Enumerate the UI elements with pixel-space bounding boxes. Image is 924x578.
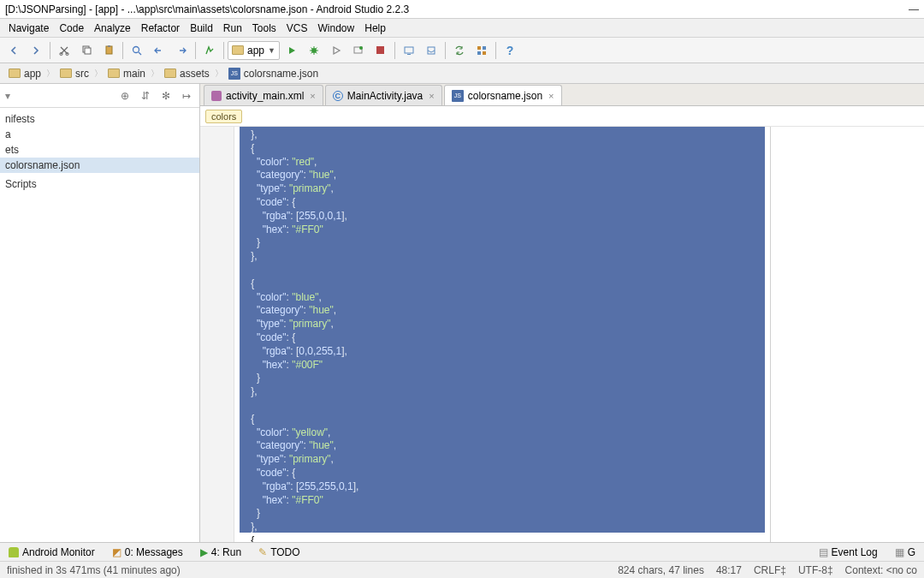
menu-help[interactable]: Help — [359, 21, 391, 36]
tool-window-button[interactable]: Android Monitor — [5, 545, 98, 560]
status-encoding[interactable]: UTF-8‡ — [798, 564, 833, 576]
xml-icon — [211, 91, 222, 101]
bc-app[interactable]: app — [3, 66, 46, 81]
menu-run[interactable]: Run — [218, 21, 247, 36]
chevron-right-icon: 〉 — [46, 68, 55, 80]
todo-icon: ✎ — [258, 546, 267, 558]
collapse-icon[interactable]: ⇵ — [138, 88, 153, 104]
tree-item[interactable]: colorsname.json — [0, 158, 199, 173]
undo-button[interactable] — [149, 40, 169, 61]
menu-refactor[interactable]: Refactor — [136, 21, 185, 36]
paste-button[interactable] — [98, 40, 119, 61]
chevron-down-icon[interactable]: ▾ — [5, 90, 10, 102]
folder-icon — [108, 69, 120, 78]
bc-assets[interactable]: assets — [159, 66, 215, 81]
menu-build[interactable]: Build — [185, 21, 218, 36]
status-context[interactable]: Context: <no co — [845, 564, 917, 576]
sidebar-header: ▾ ⊕ ⇵ ✻ ↦ — [0, 84, 199, 108]
editor-tabs: activity_main.xml×CMainActivity.java×JSc… — [200, 84, 924, 106]
editor-tab[interactable]: CMainActivity.java× — [325, 85, 442, 105]
chevron-right-icon: 〉 — [94, 68, 103, 80]
tab-label: activity_main.xml — [226, 90, 304, 102]
code-editor[interactable]: }, { "color": "red", "category": "hue", … — [200, 127, 924, 542]
svg-rect-14 — [477, 46, 481, 50]
project-tree[interactable]: nifestsaets colorsname.jsonScripts — [0, 108, 199, 542]
sync-button[interactable] — [449, 40, 470, 61]
code-crumb[interactable]: colors — [205, 110, 242, 123]
menu-tools[interactable]: Tools — [247, 21, 281, 36]
main-toolbar: app ▼ ? — [0, 38, 924, 63]
status-message: finished in 3s 471ms (41 minutes ago) — [7, 564, 181, 576]
svg-rect-11 — [405, 47, 413, 53]
avd-button[interactable] — [399, 40, 419, 61]
debug-button[interactable] — [304, 40, 324, 61]
tool-window-button[interactable]: ◩0: Messages — [109, 545, 187, 560]
tree-item[interactable]: a — [0, 127, 199, 142]
window-titlebar: [D:\JSONParsing] - [app] - ...\app\src\m… — [0, 0, 924, 19]
tree-item[interactable]: ets — [0, 142, 199, 158]
folder-icon — [9, 69, 21, 78]
hide-icon[interactable]: ↦ — [179, 88, 194, 104]
status-caret-pos[interactable]: 48:17 — [716, 564, 742, 576]
tree-item[interactable]: nifests — [0, 111, 199, 127]
chevron-down-icon: ▼ — [268, 46, 275, 55]
nav-breadcrumb: app 〉 src 〉 main 〉 assets 〉 JScolorsname… — [0, 63, 924, 84]
forward-button[interactable] — [26, 40, 46, 61]
project-sidebar: ▾ ⊕ ⇵ ✻ ↦ nifestsaets colorsname.jsonScr… — [0, 84, 200, 542]
chevron-right-icon: 〉 — [151, 68, 159, 80]
bc-main[interactable]: main — [103, 66, 151, 81]
tab-label: colorsname.json — [468, 90, 542, 102]
svg-point-9 — [359, 46, 363, 50]
gutter[interactable] — [200, 127, 234, 542]
sdk-button[interactable] — [421, 40, 441, 61]
profile-button[interactable] — [326, 40, 346, 61]
tool-window-button[interactable]: ▤Event Log — [815, 545, 881, 560]
code-surface[interactable]: }, { "color": "red", "category": "hue", … — [234, 127, 924, 542]
gear-icon[interactable]: ✻ — [158, 88, 174, 104]
tool-window-button[interactable]: ▦G — [891, 545, 919, 560]
copy-button[interactable] — [76, 40, 97, 61]
tool-window-button[interactable]: ✎TODO — [255, 545, 303, 560]
run-icon: ▶ — [200, 546, 208, 558]
editor-tab[interactable]: JScolorsname.json× — [444, 85, 562, 105]
tool-window-button[interactable]: ▶4: Run — [197, 545, 245, 560]
run-config-label: app — [247, 45, 264, 57]
locate-icon[interactable]: ⊕ — [117, 88, 133, 104]
bc-src[interactable]: src — [55, 66, 94, 81]
redo-button[interactable] — [171, 40, 192, 61]
android-icon — [9, 547, 19, 557]
gradle-icon: ▦ — [895, 546, 904, 558]
find-button[interactable] — [127, 40, 147, 61]
menu-code[interactable]: Code — [54, 21, 89, 36]
back-button[interactable] — [3, 40, 24, 61]
editor-tab[interactable]: activity_main.xml× — [204, 85, 323, 105]
minimize-button[interactable]: — — [909, 3, 919, 15]
run-button[interactable] — [281, 40, 302, 61]
attach-button[interactable] — [348, 40, 369, 61]
svg-rect-4 — [106, 46, 112, 54]
help-button[interactable]: ? — [500, 40, 520, 61]
stop-button[interactable] — [370, 40, 391, 61]
status-line-sep[interactable]: CRLF‡ — [754, 564, 786, 576]
structure-button[interactable] — [471, 40, 492, 61]
svg-rect-16 — [477, 51, 481, 55]
make-button[interactable] — [199, 40, 220, 61]
run-config-combo[interactable]: app ▼ — [228, 41, 280, 60]
menu-navigate[interactable]: Navigate — [3, 21, 54, 36]
status-chars: 824 chars, 47 lines — [618, 564, 704, 576]
svg-rect-5 — [108, 45, 110, 47]
close-icon[interactable]: × — [310, 91, 315, 101]
editor-breadcrumb: colors — [200, 106, 924, 127]
close-icon[interactable]: × — [548, 91, 554, 101]
tree-item[interactable]: Scripts — [0, 176, 199, 192]
menu-analyze[interactable]: Analyze — [89, 21, 136, 36]
log-icon: ▤ — [819, 546, 828, 558]
folder-icon — [164, 69, 176, 78]
bc-file[interactable]: JScolorsname.json — [223, 66, 323, 81]
close-icon[interactable]: × — [429, 91, 434, 101]
menu-window[interactable]: Window — [313, 21, 360, 36]
json-icon: JS — [452, 90, 464, 102]
cut-button[interactable] — [54, 40, 74, 61]
json-icon: JS — [228, 68, 240, 80]
menu-vcs[interactable]: VCS — [281, 21, 313, 36]
